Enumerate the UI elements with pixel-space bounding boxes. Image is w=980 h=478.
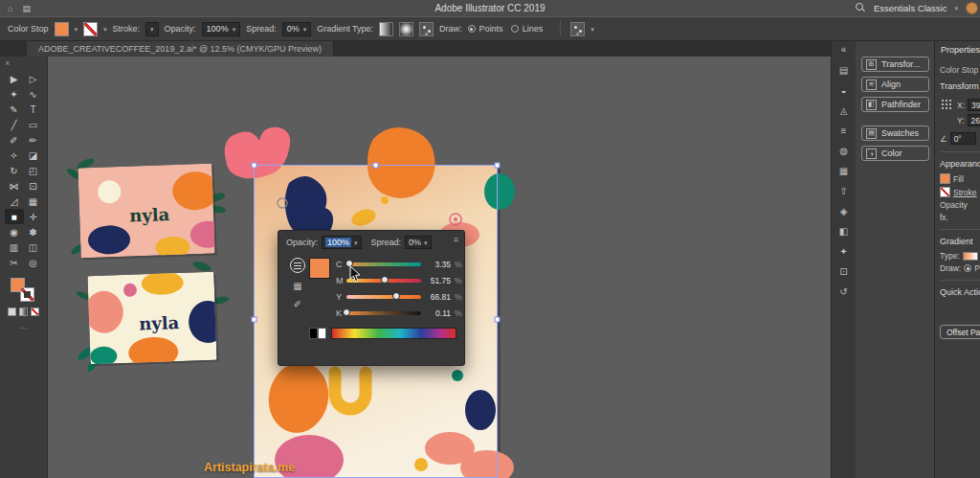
magic-wand-tool[interactable]: ✦ — [5, 86, 24, 102]
pencil-tool[interactable]: ✏ — [24, 132, 43, 148]
radio-icon[interactable] — [964, 264, 971, 272]
shaper-tool[interactable]: ✧ — [5, 148, 24, 163]
eyedropper-tool[interactable]: ✛ — [24, 209, 43, 224]
fill-swatch[interactable] — [940, 173, 950, 184]
direct-selection-tool[interactable]: ▷ — [24, 71, 43, 86]
eyedropper-icon[interactable]: ✐ — [294, 300, 301, 309]
slider-value[interactable]: 3.35 — [425, 260, 451, 269]
panel-button-pathfinder[interactable]: ◧Pathfinder — [861, 97, 929, 112]
angle-input[interactable]: 0° — [950, 132, 976, 145]
draw-option-partial[interactable]: P — [974, 263, 980, 273]
mesh-tool[interactable]: ▦ — [24, 193, 43, 209]
none-button[interactable] — [31, 307, 39, 316]
line-segment-tool[interactable]: ╱ — [5, 117, 24, 132]
panel-button-transform[interactable]: ⊞Transfor... — [861, 57, 929, 72]
quick-action-button[interactable]: Offset Path — [940, 325, 980, 339]
paintbrush-tool[interactable]: ✐ — [5, 132, 24, 148]
chevron-down-icon[interactable]: ▾ — [590, 26, 594, 33]
artboards-panel-icon[interactable]: ▦ — [839, 161, 848, 181]
draw-option-lines[interactable]: Lines — [511, 24, 544, 34]
slider-thumb[interactable] — [381, 276, 389, 284]
current-color-swatch[interactable] — [309, 258, 330, 279]
zoom-tool[interactable]: ◎ — [24, 255, 43, 270]
gradient-type-thumbnail[interactable] — [963, 252, 978, 261]
selection-handle[interactable] — [373, 163, 378, 168]
type-tool[interactable]: T — [24, 102, 43, 117]
opacity-label[interactable]: Opacity — [940, 200, 968, 210]
user-avatar[interactable] — [966, 2, 978, 14]
reference-point-icon[interactable] — [942, 100, 944, 102]
menu-icon[interactable]: ▤ — [22, 4, 31, 13]
links-panel-icon[interactable]: ⊡ — [839, 262, 847, 282]
gradient-button[interactable] — [19, 307, 28, 316]
layers-panel-icon[interactable]: ◧ — [839, 221, 848, 241]
color-button[interactable] — [8, 307, 16, 316]
opacity-dropdown[interactable]: 100% ▾ — [202, 22, 241, 36]
stroke-label[interactable]: Stroke — [953, 188, 977, 197]
selection-handle[interactable] — [495, 317, 500, 322]
selection-handle[interactable] — [252, 163, 256, 168]
color-spectrum-bar[interactable] — [331, 328, 457, 339]
eraser-tool[interactable]: ◪ — [24, 148, 43, 163]
teal-dot[interactable] — [452, 370, 463, 381]
panel-button-swatches[interactable]: ▤Swatches — [861, 125, 929, 141]
navy-oval[interactable] — [465, 390, 496, 430]
stroke-swatch[interactable] — [940, 187, 950, 197]
panel-spread-dropdown[interactable]: 0% ▾ — [405, 236, 432, 249]
width-tool[interactable]: ⋈ — [5, 178, 24, 193]
search-icon[interactable] — [856, 3, 866, 13]
lasso-tool[interactable]: ∿ — [24, 86, 43, 102]
freeform-gradient-button[interactable] — [419, 22, 434, 36]
rectangle-tool[interactable]: ▭ — [24, 117, 43, 132]
pen-tool[interactable]: ✎ — [5, 102, 24, 117]
stroke-well[interactable] — [20, 287, 34, 302]
yellow-dot[interactable] — [381, 196, 389, 204]
free-transform-tool[interactable]: ⊡ — [24, 178, 43, 193]
color-guide-panel-icon[interactable]: ◬ — [840, 101, 848, 121]
card-logo[interactable]: nyla — [129, 204, 170, 225]
color-mixer-mode-icon[interactable] — [290, 258, 305, 273]
draw-option-points[interactable]: Points — [468, 24, 503, 34]
spread-dropdown[interactable]: 0% ▾ — [282, 22, 312, 36]
workspace-switcher[interactable]: Essentials Classic — [874, 3, 947, 13]
slider-value[interactable]: 0.11 — [425, 308, 451, 318]
slider-value[interactable]: 51.75 — [425, 276, 451, 285]
edit-toolbar-ellipsis[interactable]: … — [0, 321, 47, 330]
y-input[interactable]: 260. — [968, 114, 980, 126]
app-home-icon[interactable]: ⌂ — [8, 4, 12, 13]
color-panel-icon[interactable]: ◒ — [840, 80, 846, 101]
panel-button-align[interactable]: ≋Align — [861, 77, 929, 92]
radial-gradient-button[interactable] — [399, 22, 413, 36]
white-swatch[interactable] — [318, 328, 326, 339]
tab-properties[interactable]: Properties — [935, 41, 980, 57]
panel-opacity-dropdown[interactable]: 100% ▾ — [322, 236, 362, 249]
x-input[interactable]: 394. — [968, 99, 980, 111]
selection-tool[interactable]: ▶ — [5, 71, 24, 86]
graphic-styles-panel-icon[interactable]: ◈ — [840, 201, 848, 221]
selection-handle[interactable] — [495, 163, 500, 168]
swatches-mode-icon[interactable]: ▦ — [293, 282, 301, 291]
close-icon[interactable]: × — [5, 58, 10, 68]
artboard-tool[interactable]: ◫ — [24, 239, 43, 255]
y-slider-track[interactable] — [346, 295, 421, 299]
slider-thumb[interactable] — [343, 308, 350, 316]
canvas[interactable]: nyla nyla — [48, 57, 831, 478]
chevron-down-icon[interactable]: ▾ — [75, 26, 78, 33]
k-slider-track[interactable] — [346, 311, 421, 315]
card-logo[interactable]: nyla — [139, 312, 180, 333]
scale-tool[interactable]: ◰ — [24, 163, 43, 178]
symbol-sprayer-tool[interactable]: ✽ — [24, 224, 43, 239]
perspective-grid-tool[interactable]: ◿ — [5, 193, 24, 209]
fill-color-swatch[interactable] — [55, 22, 69, 36]
gradient-tool[interactable]: ■ — [5, 209, 24, 224]
yellow-dot[interactable] — [414, 458, 428, 471]
chevron-down-icon[interactable]: ▾ — [103, 26, 107, 33]
asset-export-panel-icon[interactable]: ⇧ — [839, 181, 847, 201]
slider-thumb[interactable] — [392, 292, 400, 300]
effects-button[interactable]: fx. — [940, 213, 948, 222]
symbols-panel-icon[interactable]: ✦ — [839, 241, 847, 262]
blend-tool[interactable]: ◉ — [5, 224, 24, 239]
stroke-weight-dropdown[interactable]: ▾ — [145, 22, 159, 36]
stroke-panel-icon[interactable]: ≡ — [841, 121, 847, 141]
document-tab[interactable]: ADOBE_CREATIVECOFFEE_2019_2.ai* @ 12.5% … — [27, 41, 334, 57]
